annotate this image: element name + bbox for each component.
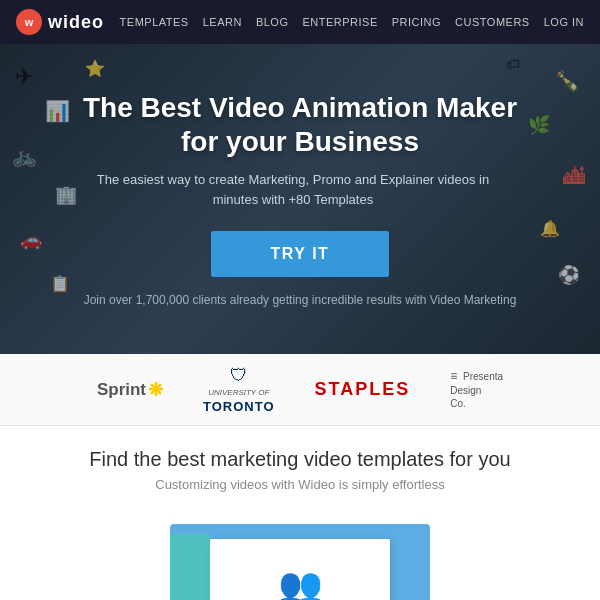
brand-presenta: ≡ Presenta Design Co. [450,369,503,411]
video-frame[interactable]: 👥 [170,524,430,600]
find-title: Find the best marketing video templates … [20,448,580,471]
video-person-icon: 👥 [278,565,323,600]
nav-customers[interactable]: CUSTOMERS [455,16,530,28]
teal-accent-left [170,534,210,600]
logo[interactable]: w wideo [16,9,104,35]
find-section: Find the best marketing video templates … [0,426,600,524]
nav-learn[interactable]: LEARN [203,16,242,28]
brand-toronto: 🛡 UNIVERSITY OF TORONTO [203,365,275,415]
logo-letter: w [25,16,34,28]
sprint-icon: ❋ [148,379,163,401]
brand-staples: STAPLES [315,379,411,400]
nav-enterprise[interactable]: ENTERPRISE [302,16,377,28]
nav-links: TEMPLATES LEARN BLOG ENTERPRISE PRICING … [120,16,584,28]
find-subtitle: Customizing videos with Wideo is simply … [20,477,580,492]
video-inner-card: 👥 [210,539,390,600]
hero-title: The Best Video Animation Maker for your … [83,91,517,158]
nav-pricing[interactable]: PRICING [392,16,441,28]
navigation: w wideo TEMPLATES LEARN BLOG ENTERPRISE … [0,0,600,44]
brands-bar: Sprint ❋ 🛡 UNIVERSITY OF TORONTO STAPLES… [0,354,600,426]
nav-login[interactable]: LOG IN [544,16,584,28]
logo-text: wideo [48,12,104,33]
hero-content: The Best Video Animation Maker for your … [53,91,547,307]
social-proof-text: Join over 1,700,000 clients already gett… [83,293,517,307]
hero-subtitle: The easiest way to create Marketing, Pro… [83,170,503,209]
video-preview-section: 👥 [0,524,600,600]
logo-icon: w [16,9,42,35]
hero-section: ✈ 📊 🚲 🏢 🚗 📋 🍾 🌿 🏙 🔔 ⚽ ⭐ 🏷 The Best Video… [0,44,600,354]
presenta-icon: ≡ [450,369,457,383]
toronto-shield-icon: 🛡 [230,365,248,386]
nav-templates[interactable]: TEMPLATES [120,16,189,28]
brand-sprint: Sprint ❋ [97,379,163,401]
try-it-button[interactable]: TRY IT [211,231,390,277]
nav-blog[interactable]: BLOG [256,16,289,28]
